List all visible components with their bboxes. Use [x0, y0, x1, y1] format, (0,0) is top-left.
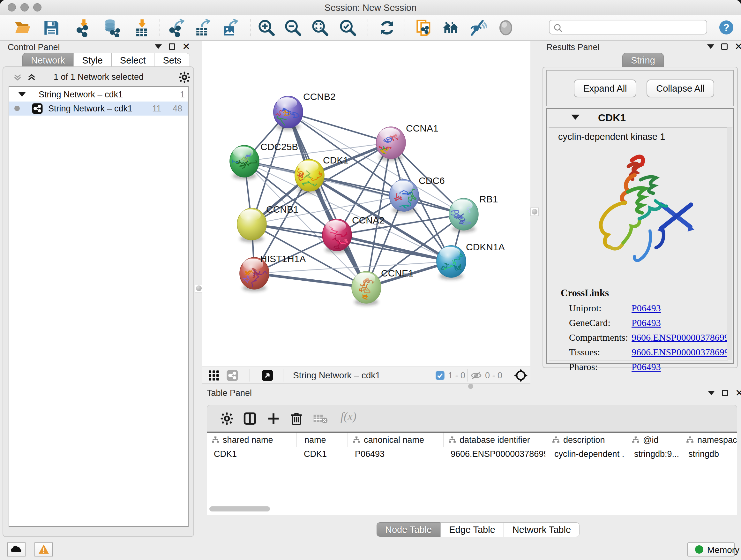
table-settings-gear-icon[interactable]: [220, 412, 234, 426]
column-header-shared-name[interactable]: shared name: [207, 433, 297, 447]
cell-name[interactable]: CDK1: [304, 447, 346, 463]
network-from-selection-button[interactable]: [414, 18, 433, 37]
crosslink-value-genecard[interactable]: P06493: [631, 317, 661, 328]
zoom-selected-button[interactable]: [339, 18, 357, 37]
table-horizontal-scrollbar[interactable]: [209, 506, 270, 511]
panel-menu-icon[interactable]: [155, 44, 162, 49]
search-input[interactable]: [565, 22, 704, 33]
zoom-out-button[interactable]: [284, 18, 302, 37]
column-header-description[interactable]: description: [547, 433, 627, 447]
results-scrollbar[interactable]: [727, 127, 732, 360]
edge-CCNB2-CCNA1[interactable]: [288, 112, 391, 143]
search-field[interactable]: [549, 20, 707, 35]
tree-expander-icon[interactable]: [18, 92, 26, 97]
expand-all-button[interactable]: Expand All: [574, 79, 636, 98]
tab-string[interactable]: String: [622, 53, 664, 67]
panel-menu-icon[interactable]: [708, 391, 715, 395]
crosslink-value-tissues[interactable]: 9606.ENSP00000378699: [631, 347, 729, 358]
hide-selected-button[interactable]: [469, 18, 487, 37]
right-splitter-handle[interactable]: [530, 207, 539, 216]
import-network-database-button[interactable]: [103, 18, 122, 37]
column-header-database-identifier[interactable]: database identifier: [444, 433, 547, 447]
crosslink-value-pharos[interactable]: P06493: [631, 361, 661, 372]
column-header-canonical-name[interactable]: canonical name: [348, 433, 444, 447]
node-label-CCNB2: CCNB2: [303, 91, 336, 102]
cell-description[interactable]: cyclin-dependent ...: [554, 447, 625, 463]
tab-network[interactable]: Network: [22, 53, 73, 67]
memory-button[interactable]: Memory: [687, 543, 735, 557]
collapse-all-button[interactable]: Collapse All: [647, 79, 714, 98]
network-row-selected[interactable]: String Network – cdk1 11 48: [9, 102, 188, 116]
network-view-mode-icon[interactable]: [226, 369, 239, 381]
birds-eye-crosshair-icon[interactable]: [514, 368, 528, 382]
panel-float-icon[interactable]: [721, 44, 728, 50]
cell-namespac[interactable]: stringdb: [688, 447, 735, 463]
node-CCNB1[interactable]: [237, 208, 266, 242]
edge-HIST1H1A-CCNE1[interactable]: [254, 273, 366, 287]
cloud-status-button[interactable]: [7, 543, 25, 557]
cell-@id[interactable]: stringdb:9...: [634, 447, 679, 463]
panel-close-icon[interactable]: ✕: [735, 390, 741, 396]
warnings-button[interactable]: [35, 543, 53, 557]
import-network-file-button[interactable]: [75, 18, 93, 37]
tab-edge-table[interactable]: Edge Table: [441, 522, 504, 537]
section-expander-icon[interactable]: [571, 115, 580, 120]
crosslink-value-compartments[interactable]: 9606.ENSP00000378699: [631, 332, 729, 343]
show-columns-icon[interactable]: [243, 412, 257, 426]
show-all-button[interactable]: [496, 18, 515, 37]
panel-menu-icon[interactable]: [707, 44, 714, 49]
column-header-namespac[interactable]: namespac: [681, 433, 737, 447]
selected-checkbox-icon[interactable]: [435, 371, 445, 380]
column-header-@id[interactable]: @id: [627, 433, 681, 447]
network-collection-row[interactable]: String Network – cdk1 1: [9, 87, 188, 102]
export-network-button[interactable]: [168, 18, 187, 37]
node-CCNE1[interactable]: [352, 271, 381, 306]
zoom-fit-button[interactable]: [311, 18, 329, 37]
panel-close-icon[interactable]: ✕: [182, 44, 190, 50]
refresh-view-button[interactable]: [378, 18, 396, 37]
delete-column-trash-icon[interactable]: [289, 411, 304, 426]
crosslink-value-uniprot[interactable]: P06493: [631, 303, 661, 314]
hidden-eye-slash-icon: [470, 371, 482, 380]
column-header-name[interactable]: name: [297, 433, 348, 447]
import-table-file-button[interactable]: [132, 18, 151, 37]
tab-style[interactable]: Style: [73, 53, 111, 67]
network-current-dot-icon: [14, 106, 20, 111]
node-label-CCNE1: CCNE1: [381, 268, 414, 279]
gear-icon[interactable]: [178, 71, 191, 84]
node-table[interactable]: shared namenamecanonical namedatabase id…: [207, 432, 737, 515]
cell-database-identifier[interactable]: 9606.ENSP00000378699: [451, 447, 545, 463]
edge-CCNA2-CDKN1A[interactable]: [337, 235, 451, 261]
panel-close-icon[interactable]: ✕: [735, 44, 741, 50]
node-CCNA1[interactable]: [376, 127, 406, 161]
node-CDK1[interactable]: [294, 159, 325, 193]
node-CDC6[interactable]: [389, 179, 419, 213]
add-column-icon[interactable]: [266, 412, 280, 426]
cell-shared-name[interactable]: CDK1: [214, 447, 295, 463]
tab-network-table[interactable]: Network Table: [504, 522, 580, 537]
document-network-icon: [414, 18, 433, 37]
open-session-button[interactable]: [14, 18, 32, 37]
panel-float-icon[interactable]: [169, 44, 175, 50]
cell-canonical-name[interactable]: P06493: [355, 447, 442, 463]
export-image-button[interactable]: [222, 18, 240, 37]
cybrowser-home-button[interactable]: [442, 18, 460, 37]
tab-select[interactable]: Select: [111, 53, 154, 67]
export-table-button[interactable]: [194, 18, 212, 37]
node-CDC25B[interactable]: [230, 145, 259, 179]
grid-view-icon[interactable]: [207, 369, 220, 381]
zoom-in-button[interactable]: [257, 18, 276, 37]
detach-view-icon[interactable]: [261, 369, 274, 381]
node-section-header[interactable]: CDK1: [547, 109, 733, 127]
node-CDKN1A[interactable]: [436, 246, 467, 280]
node-RB1[interactable]: [449, 198, 478, 233]
column-label: database identifier: [460, 435, 530, 445]
tab-node-table[interactable]: Node Table: [377, 522, 441, 537]
save-session-button[interactable]: [42, 18, 61, 37]
tab-sets[interactable]: Sets: [154, 53, 190, 67]
network-canvas[interactable]: CCNB2CCNA1CDC25BCDK1CDC6RB1CCNB1CCNA2CDK…: [202, 41, 530, 367]
help-button[interactable]: ?: [719, 20, 734, 35]
panel-float-icon[interactable]: [722, 390, 728, 396]
refresh-icon: [378, 18, 396, 37]
node-label-CDC6: CDC6: [419, 175, 445, 186]
